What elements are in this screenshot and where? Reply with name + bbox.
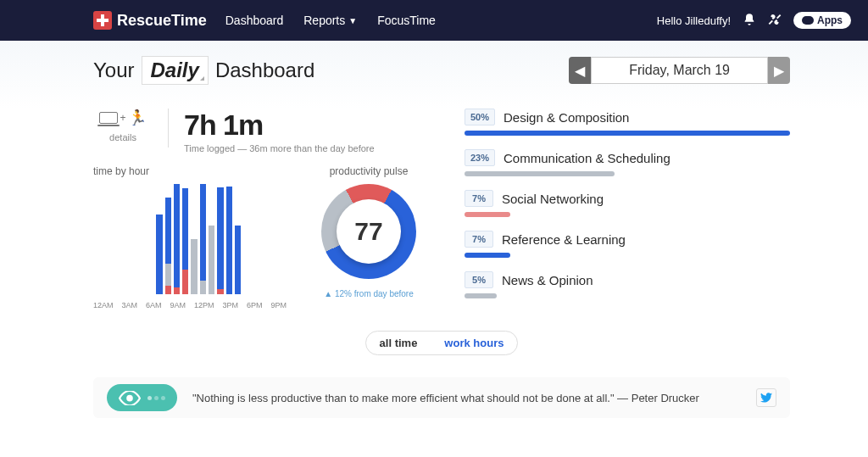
bar-segment-neutral xyxy=(209,226,214,294)
nav-reports[interactable]: Reports ▼ xyxy=(303,14,357,27)
pulse-score: 77 xyxy=(337,199,401,264)
quote-row: "Nothing is less productive than to make… xyxy=(93,377,790,418)
hour-tick: 12PM xyxy=(194,301,214,309)
spotlight-pill[interactable] xyxy=(107,384,177,411)
hour-axis: 12AM3AM6AM9AM12PM3PM6PM9PM xyxy=(93,301,287,309)
dots-icon xyxy=(147,396,165,400)
category-name: News & Opinion xyxy=(502,273,593,287)
hour-bar[interactable] xyxy=(279,184,285,294)
bar-segment-productive xyxy=(156,215,162,294)
hour-tick: 9PM xyxy=(270,301,287,309)
category-percent: 7% xyxy=(465,190,493,207)
hour-bar[interactable] xyxy=(200,184,206,294)
time-by-hour-chart: time by hour 12AM3AM6AM9AM12PM3PM6PM9PM xyxy=(93,165,287,309)
nav-right: Hello Jilleduffy! Apps xyxy=(657,12,851,29)
left-column: + 🏃 details 7h 1m Time logged — 36m more… xyxy=(93,109,432,312)
bar-segment-distracting xyxy=(182,270,188,294)
hour-bar[interactable] xyxy=(113,184,119,294)
hour-bar[interactable] xyxy=(174,184,180,294)
bell-icon[interactable] xyxy=(743,13,756,29)
category-percent: 50% xyxy=(465,109,495,125)
hour-bar[interactable] xyxy=(226,184,232,294)
hour-tick: 3AM xyxy=(121,301,137,309)
bar-segment-productive xyxy=(165,198,171,264)
title-dashboard: Dashboard xyxy=(215,59,314,82)
quote-text: "Nothing is less productive than to make… xyxy=(192,392,741,404)
chart-section: time by hour 12AM3AM6AM9AM12PM3PM6PM9PM … xyxy=(93,165,432,309)
toggle-pill: all time work hours xyxy=(365,331,519,355)
hour-bar[interactable] xyxy=(243,184,249,294)
hour-bar[interactable] xyxy=(235,184,241,294)
tweet-button[interactable] xyxy=(756,388,776,407)
hour-bar[interactable] xyxy=(261,184,267,294)
runner-icon: 🏃 xyxy=(128,109,147,127)
svg-point-0 xyxy=(126,395,133,402)
bar-segment-productive xyxy=(200,184,206,281)
category-bar xyxy=(465,171,615,176)
toggle-all-time[interactable]: all time xyxy=(366,332,431,354)
bar-segment-neutral xyxy=(191,239,197,294)
period-selector[interactable]: Daily xyxy=(142,56,209,85)
bar-segment-productive xyxy=(217,187,223,289)
nav-links: Dashboard Reports ▼ FocusTime xyxy=(225,14,436,27)
arrow-up-icon: ▲ xyxy=(324,289,332,298)
category-bar xyxy=(465,293,497,298)
hour-bar[interactable] xyxy=(147,184,153,294)
apps-button-label: Apps xyxy=(817,14,843,26)
bar-segment-distracting xyxy=(174,287,180,294)
hour-bar[interactable] xyxy=(95,184,101,294)
logo-cross-icon xyxy=(93,11,112,30)
nav-focustime[interactable]: FocusTime xyxy=(377,14,436,27)
pulse-label: productivity pulse xyxy=(305,165,432,177)
hour-bar[interactable] xyxy=(253,184,259,294)
category-name: Communication & Scheduling xyxy=(504,151,670,165)
hour-bar[interactable] xyxy=(217,184,223,294)
apps-button[interactable]: Apps xyxy=(793,12,851,29)
hour-bar[interactable] xyxy=(139,184,145,294)
date-label[interactable]: Friday, March 19 xyxy=(591,57,768,84)
category-percent: 23% xyxy=(465,149,495,166)
date-prev-button[interactable]: ◀ xyxy=(569,57,591,84)
caret-down-icon: ▼ xyxy=(348,16,357,25)
category-row[interactable]: 23%Communication & Scheduling xyxy=(465,149,790,176)
hour-bar[interactable] xyxy=(165,184,171,294)
bar-segment-neutral xyxy=(165,264,171,286)
hour-bar[interactable] xyxy=(270,184,275,294)
bar-segment-productive xyxy=(174,184,180,287)
hour-bar[interactable] xyxy=(209,184,214,294)
category-row[interactable]: 7%Social Networking xyxy=(465,190,790,217)
category-row[interactable]: 5%News & Opinion xyxy=(465,271,790,298)
hour-bar[interactable] xyxy=(182,184,188,294)
tools-icon[interactable] xyxy=(768,13,782,29)
hour-bar[interactable] xyxy=(191,184,197,294)
category-name: Design & Composition xyxy=(504,110,629,125)
main-wrap: Your Daily Dashboard ◀ Friday, March 19 … xyxy=(0,41,868,418)
category-bar xyxy=(465,131,790,136)
time-logged: 7h 1m Time logged — 36m more than the da… xyxy=(184,109,375,153)
laptop-icon xyxy=(99,112,118,124)
pulse-delta: ▲ 12% from day before xyxy=(305,289,432,298)
bar-segment-productive xyxy=(226,187,232,294)
hour-bar[interactable] xyxy=(156,184,162,294)
bar-segment-neutral xyxy=(200,281,206,294)
hour-bar[interactable] xyxy=(103,184,109,294)
title-row: Your Daily Dashboard ◀ Friday, March 19 … xyxy=(93,56,790,85)
date-next-button[interactable]: ▶ xyxy=(768,57,790,84)
page-title: Your Daily Dashboard xyxy=(93,56,314,85)
brand[interactable]: RescueTime xyxy=(93,11,207,30)
cloud-icon xyxy=(802,16,814,25)
nav-dashboard[interactable]: Dashboard xyxy=(225,14,284,27)
bar-segment-distracting xyxy=(165,286,171,294)
hour-bar[interactable] xyxy=(130,184,136,294)
category-bar xyxy=(465,212,510,217)
category-row[interactable]: 7%Reference & Learning xyxy=(465,231,790,258)
category-name: Social Networking xyxy=(502,192,604,206)
hour-bar[interactable] xyxy=(121,184,127,294)
details-link[interactable]: + 🏃 details xyxy=(93,109,153,142)
category-row[interactable]: 50%Design & Composition xyxy=(465,109,790,136)
summary-row: + 🏃 details 7h 1m Time logged — 36m more… xyxy=(93,109,432,153)
hour-chart-label: time by hour xyxy=(93,165,287,177)
content: + 🏃 details 7h 1m Time logged — 36m more… xyxy=(93,109,790,312)
hour-tick: 9AM xyxy=(170,301,186,309)
toggle-work-hours[interactable]: work hours xyxy=(431,332,517,354)
